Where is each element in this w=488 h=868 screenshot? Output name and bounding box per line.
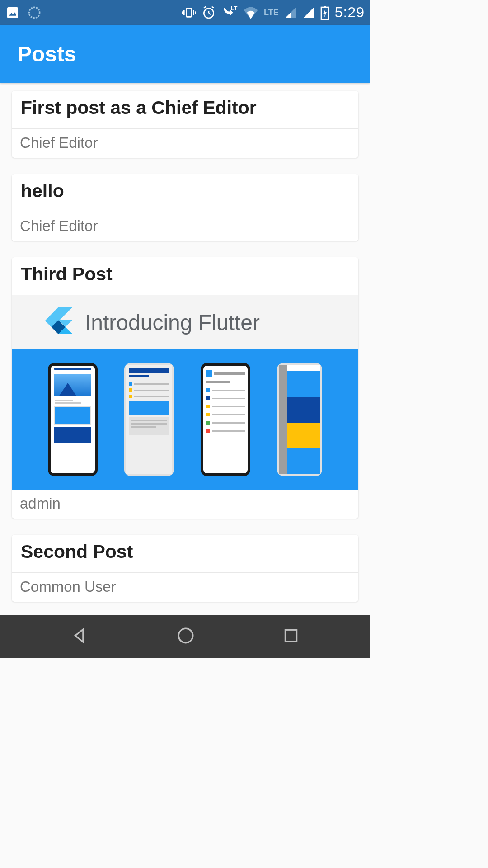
post-title: Third Post xyxy=(12,257,358,295)
svg-text:LTE: LTE xyxy=(231,5,238,12)
post-card[interactable]: hello Chief Editor xyxy=(12,174,358,241)
battery-icon xyxy=(320,5,329,20)
svg-line-11 xyxy=(204,6,206,8)
flutter-logo-icon xyxy=(42,306,74,339)
post-title: hello xyxy=(12,174,358,212)
status-left xyxy=(5,5,41,20)
post-card[interactable]: Third Post Introducing Flutter xyxy=(12,257,358,519)
svg-rect-3 xyxy=(187,8,192,17)
status-right: LTE LTE 5:29 xyxy=(182,4,365,21)
svg-rect-0 xyxy=(7,7,18,18)
app-bar: Posts xyxy=(0,25,370,83)
svg-rect-22 xyxy=(285,630,296,641)
svg-point-21 xyxy=(179,628,193,643)
svg-rect-15 xyxy=(324,6,326,7)
flutter-phones-illustration xyxy=(12,349,358,490)
lte-text-icon: LTE xyxy=(264,8,279,17)
loading-icon xyxy=(28,6,41,19)
post-image: Introducing Flutter xyxy=(12,295,358,490)
page-title: Posts xyxy=(17,42,76,66)
signal-icon-1 xyxy=(284,6,297,19)
post-title: Second Post xyxy=(12,535,358,573)
post-author: Chief Editor xyxy=(12,129,358,158)
post-card[interactable]: First post as a Chief Editor Chief Edito… xyxy=(12,91,358,158)
home-icon[interactable] xyxy=(176,626,195,647)
back-icon[interactable] xyxy=(70,626,89,647)
svg-line-12 xyxy=(212,6,214,8)
status-bar: LTE LTE 5:29 xyxy=(0,0,370,25)
post-image-text: Introducing Flutter xyxy=(85,310,260,335)
status-time: 5:29 xyxy=(335,4,365,21)
svg-line-10 xyxy=(209,13,211,14)
vibrate-icon xyxy=(182,5,196,20)
gallery-icon xyxy=(5,5,20,20)
wifi-icon xyxy=(243,6,258,19)
phone-lte-icon: LTE xyxy=(221,5,238,20)
post-author: admin xyxy=(12,490,358,519)
posts-list[interactable]: First post as a Chief Editor Chief Edito… xyxy=(0,83,370,615)
recent-apps-icon[interactable] xyxy=(282,627,300,646)
navigation-bar xyxy=(0,615,370,658)
post-title: First post as a Chief Editor xyxy=(12,91,358,129)
post-author: Chief Editor xyxy=(12,212,358,241)
svg-point-2 xyxy=(29,7,39,18)
post-card[interactable]: Second Post Common User xyxy=(12,535,358,602)
signal-icon-2 xyxy=(302,6,315,19)
alarm-icon xyxy=(202,5,216,20)
post-author: Common User xyxy=(12,573,358,602)
svg-marker-16 xyxy=(323,9,327,18)
